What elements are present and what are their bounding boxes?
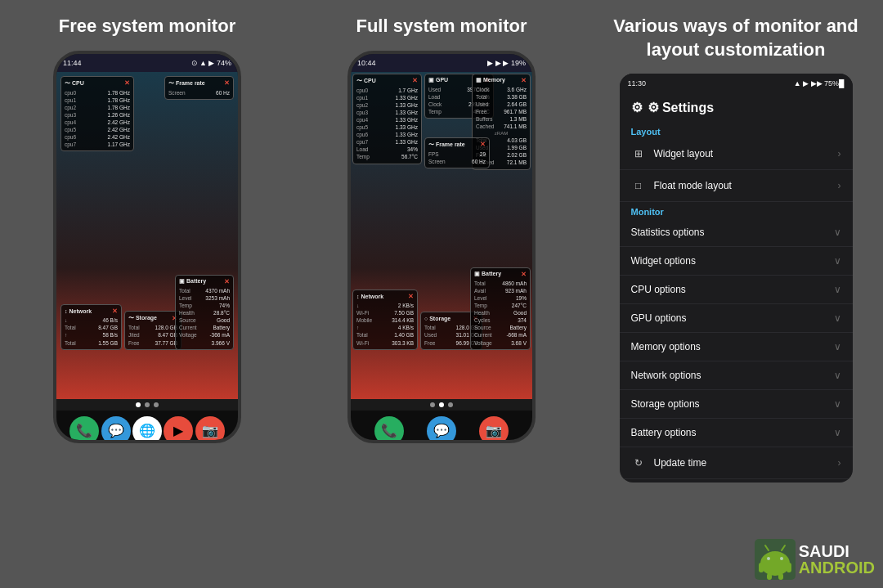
full-screen: 〜 CPU ✕ cpu01.7 GHz cpu11.33 GHz cpu21.3… — [351, 72, 532, 399]
battery-options-chevron: ∨ — [834, 427, 841, 438]
widget-options-chevron: ∨ — [834, 255, 841, 267]
free-title: Free system monitor — [51, 0, 244, 47]
widget-options-item[interactable]: Widget options ∨ — [620, 247, 853, 276]
settings-icons: ▲ ▶ ▶▶ 75%█ — [794, 79, 845, 88]
various-title: Various ways of monitor and layout custo… — [589, 0, 883, 70]
full-framerate-widget: 〜 Frame rate ✕ FPS29 Screen60 Hz — [424, 137, 490, 168]
settings-title-bar: ⚙ ⚙ Settings — [620, 93, 853, 122]
watermark-saudi-text: SAUDI — [799, 543, 875, 559]
watermark: SAUDI ANDROID — [755, 539, 875, 580]
gpu-options-chevron: ∨ — [834, 312, 841, 324]
free-battery-icons: ⊙ ▲ ▶ 74% — [191, 59, 231, 67]
watermark-android-text: ANDROID — [799, 559, 875, 576]
widget-layout-chevron: › — [838, 148, 841, 159]
full-dock-phone: 📞 — [374, 416, 404, 443]
gpu-options-item[interactable]: GPU options ∨ — [620, 304, 853, 333]
free-dock: 📞 💬 🌐 ▶ 📷 — [56, 411, 238, 443]
full-battery-widget: ▣ Battery ✕ Total4860 mAh Avail923 mAh L… — [470, 267, 531, 350]
widget-layout-item[interactable]: ⊞ Widget layout › — [620, 138, 853, 170]
update-time-item[interactable]: ↻ Update time › — [620, 447, 853, 479]
float-mode-label: Float mode layout — [654, 180, 732, 191]
dock-play-icon: ▶ — [164, 416, 193, 443]
full-dock-camera: 📷 — [479, 416, 509, 443]
full-battery-icons: ▶ ▶ ▶ 19% — [487, 59, 526, 67]
memory-options-item[interactable]: Memory options ∨ — [620, 333, 853, 361]
free-monitor-column: Free system monitor 11:44 ⊙ ▲ ▶ 74% 〜 CP… — [0, 0, 294, 588]
full-status-bar: 10:44 ▶ ▶ ▶ 19% — [351, 54, 532, 72]
watermark-text-block: SAUDI ANDROID — [799, 543, 875, 576]
full-monitor-column: Full system monitor 10:44 ▶ ▶ ▶ 19% 〜 CP… — [294, 0, 589, 588]
full-page-dots — [351, 399, 532, 411]
float-mode-item[interactable]: □ Float mode layout › — [620, 170, 853, 202]
thermal-sensors-item[interactable]: 🌡 Thermal sensors › — [620, 479, 853, 483]
memory-options-chevron: ∨ — [834, 341, 841, 352]
update-time-icon: ↻ — [631, 456, 646, 470]
gpu-options-label: GPU options — [631, 312, 687, 324]
svg-rect-9 — [755, 539, 796, 580]
dock-chat-icon: 💬 — [101, 416, 131, 443]
widget-options-label: Widget options — [631, 255, 696, 267]
settings-panel: 11:30 ▲ ▶ ▶▶ 75%█ ⚙ ⚙ Settings Layout ⊞ … — [620, 74, 853, 483]
update-time-label: Update time — [654, 457, 707, 469]
free-phone: 11:44 ⊙ ▲ ▶ 74% 〜 CPU ✕ cpu01.78 GHz cpu… — [53, 51, 241, 443]
full-title: Full system monitor — [347, 0, 535, 47]
full-phone: 10:44 ▶ ▶ ▶ 19% 〜 CPU ✕ cpu01.7 GHz cpu1… — [347, 51, 536, 443]
free-time: 11:44 — [63, 59, 82, 67]
settings-status-bar: 11:30 ▲ ▶ ▶▶ 75%█ — [620, 74, 853, 93]
free-cpu-widget: 〜 CPU ✕ cpu01.78 GHz cpu11.78 GHz cpu21.… — [61, 76, 134, 152]
free-status-bar: 11:44 ⊙ ▲ ▶ 74% — [56, 54, 238, 72]
android-mascot-icon — [755, 539, 796, 580]
cpu-options-chevron: ∨ — [834, 284, 841, 295]
update-time-chevron: › — [838, 457, 841, 469]
widget-layout-label: Widget layout — [654, 148, 714, 159]
various-column: Various ways of monitor and layout custo… — [589, 0, 883, 588]
free-network-widget: ↕ Network ✕ ↓46 B/s Total8.47 GB ↑58 B/s… — [61, 304, 122, 349]
settings-time: 11:30 — [628, 79, 647, 88]
memory-options-label: Memory options — [631, 341, 701, 352]
dock-browser-icon: 🌐 — [132, 416, 162, 443]
settings-content[interactable]: Layout ⊞ Widget layout › □ Float mode la… — [620, 122, 853, 483]
full-time: 10:44 — [357, 59, 376, 67]
layout-section-label: Layout — [620, 122, 853, 138]
dock-phone-icon: 📞 — [69, 416, 99, 443]
network-options-label: Network options — [631, 370, 701, 381]
storage-options-item[interactable]: Storage options ∨ — [620, 390, 853, 419]
settings-heading: ⚙ ⚙ Settings — [631, 100, 841, 115]
network-options-chevron: ∨ — [834, 370, 841, 381]
battery-options-item[interactable]: Battery options ∨ — [620, 419, 853, 447]
full-dock: 📞 💬 📷 — [351, 411, 532, 443]
cpu-options-label: CPU options — [631, 284, 686, 295]
full-cpu-widget: 〜 CPU ✕ cpu01.7 GHz cpu11.33 GHz cpu21.3… — [352, 74, 422, 164]
stats-options-chevron: ∨ — [834, 227, 841, 238]
cpu-options-item[interactable]: CPU options ∨ — [620, 276, 853, 304]
dock-camera-icon: 📷 — [195, 416, 225, 443]
stats-options-label: Statistics options — [631, 227, 705, 238]
gear-icon: ⚙ — [631, 100, 643, 115]
network-options-item[interactable]: Network options ∨ — [620, 361, 853, 390]
free-framerate-widget: 〜 Frame rate ✕ Screen60 Hz — [164, 76, 234, 100]
full-dock-chat: 💬 — [427, 416, 456, 443]
full-network-widget: ↕ Network ✕ ↓2 KB/s Wi-Fi7.50 GB Mobile3… — [352, 290, 418, 350]
free-battery-widget: ▣ Battery ✕ Total4370 mAh Level3253 mAh … — [175, 275, 234, 350]
storage-options-chevron: ∨ — [834, 398, 841, 410]
widget-layout-icon: ⊞ — [631, 146, 646, 161]
free-storage-widget: 〜 Storage ✕ Total128.0 GB Jited8.47 GB F… — [124, 311, 182, 349]
battery-options-label: Battery options — [631, 427, 697, 438]
storage-options-label: Storage options — [631, 398, 700, 410]
monitor-section-label: Monitor — [620, 202, 853, 218]
free-page-dots — [56, 399, 238, 411]
stats-options-item[interactable]: Statistics options ∨ — [620, 218, 853, 247]
float-mode-icon: □ — [631, 178, 646, 193]
float-mode-chevron: › — [838, 180, 841, 191]
free-screen: 〜 CPU ✕ cpu01.78 GHz cpu11.78 GHz cpu21.… — [56, 72, 238, 399]
